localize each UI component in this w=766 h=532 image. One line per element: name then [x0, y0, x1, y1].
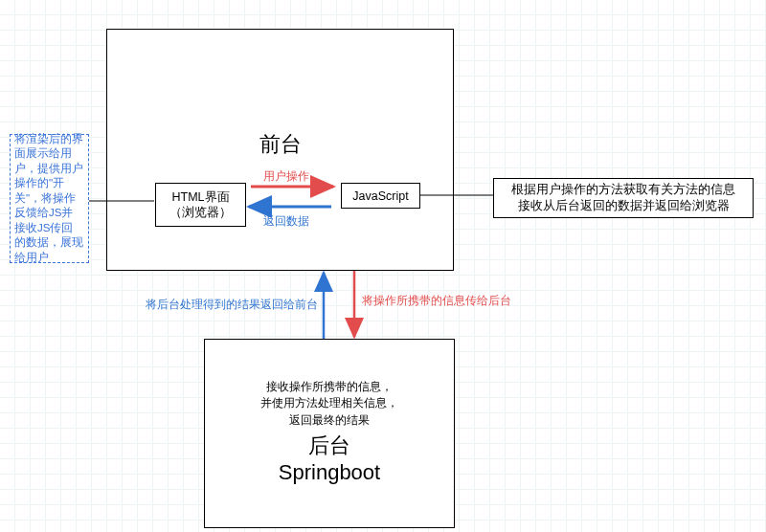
diagram-canvas: 前台 HTML界面 （浏览器） JavaScript 用户操作 返回数据 接收操…	[0, 0, 766, 532]
left-desc-box: 将渲染后的界面展示给用户，提供用户操作的"开关"，将操作反馈给JS并接收JS传回…	[10, 134, 89, 263]
backend-container: 接收操作所携带的信息， 并使用方法处理相关信息， 返回最终的结果 后台 Spri…	[204, 339, 455, 528]
backend-to-frontend-label: 将后台处理得到的结果返回给前台	[126, 298, 318, 313]
backend-desc: 接收操作所携带的信息， 并使用方法处理相关信息， 返回最终的结果	[205, 379, 454, 429]
frontend-container: 前台 HTML界面 （浏览器） JavaScript	[106, 29, 454, 271]
frontend-title: 前台	[107, 130, 453, 159]
return-data-label: 返回数据	[263, 214, 309, 230]
frontend-js-box: JavaScript	[341, 183, 420, 209]
js-to-backend-label: 将操作所携带的信息传给后台	[362, 294, 511, 309]
frontend-html-box: HTML界面 （浏览器）	[155, 183, 246, 227]
frontend-html-text: HTML界面 （浏览器）	[169, 189, 232, 221]
frontend-js-text: JavaScript	[352, 189, 408, 203]
right-desc-text: 根据用户操作的方法获取有关方法的信息 接收从后台返回的数据并返回给浏览器	[511, 182, 735, 215]
user-action-label: 用户操作	[263, 169, 309, 185]
left-desc-text: 将渲染后的界面展示给用户，提供用户操作的"开关"，将操作反馈给JS并接收JS传回…	[14, 132, 84, 266]
backend-title: 后台 Springboot	[205, 432, 454, 485]
right-desc-box: 根据用户操作的方法获取有关方法的信息 接收从后台返回的数据并返回给浏览器	[493, 178, 754, 218]
